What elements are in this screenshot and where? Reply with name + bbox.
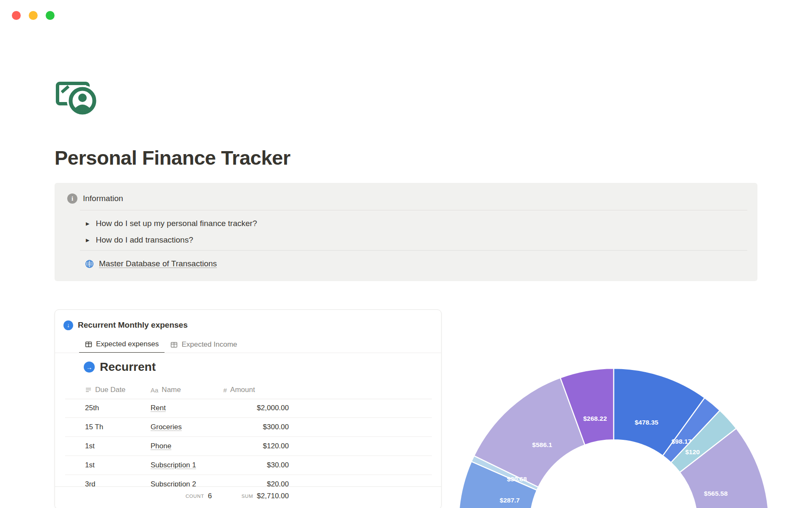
callout-title: Information <box>83 194 123 203</box>
text-aa-icon: Aa <box>151 387 158 394</box>
table-row: 1st Phone $120.00 <box>65 437 432 456</box>
dollar-banknote-icon[interactable] <box>55 77 100 117</box>
dollar-banknote-svg <box>55 77 100 117</box>
toggle-add-transactions-question[interactable]: ▶ How do I add transactions? <box>86 232 193 248</box>
view-tabs: Expected expenses Expected Income <box>79 336 243 353</box>
down-arrow-circle-icon: ↓ <box>63 320 73 330</box>
close-window-button[interactable] <box>12 11 21 20</box>
column-header-label[interactable]: Name <box>162 386 181 394</box>
tab-label[interactable]: Expected expenses <box>96 340 159 348</box>
table-view-icon <box>85 341 92 348</box>
amount-cell[interactable]: $300.00 <box>263 418 289 436</box>
column-header-label[interactable]: Due Date <box>95 386 126 394</box>
due-date-cell[interactable]: 1st <box>85 437 95 456</box>
info-icon: i <box>67 193 77 204</box>
name-cell[interactable]: Rent <box>151 399 166 417</box>
toggle-setup-question[interactable]: ▶ How do I set up my personal finance tr… <box>86 215 257 232</box>
due-date-cell[interactable]: 15 Th <box>85 418 103 436</box>
sum-calculation[interactable]: SUM $2,710.00 <box>241 487 289 505</box>
name-cell[interactable]: Phone <box>151 437 171 456</box>
number-hash-icon: # <box>223 387 227 394</box>
table-row: 1st Subscription 1 $30.00 <box>65 456 432 475</box>
callout-header: i Information <box>67 192 123 205</box>
amount-cell[interactable]: $2,000.00 <box>257 399 289 417</box>
zoom-window-button[interactable] <box>46 11 55 20</box>
notion-window: Personal Finance Tracker i Information ▶… <box>0 0 812 508</box>
table-header-row: Due Date Aa Name # Amount <box>65 381 432 399</box>
toggle-triangle-icon[interactable]: ▶ <box>86 221 89 226</box>
callout-divider <box>80 210 747 210</box>
minimize-window-button[interactable] <box>29 11 38 20</box>
table-footer: COUNT 6 SUM $2,710.00 <box>55 486 441 508</box>
table-body: 25th Rent $2,000.00 15 Th Groceries $300… <box>65 399 432 494</box>
globe-icon <box>85 259 94 269</box>
amount-cell[interactable]: $120.00 <box>263 437 289 456</box>
column-header-label[interactable]: Amount <box>230 386 255 394</box>
tab-expected-expenses[interactable]: Expected expenses <box>79 336 165 353</box>
master-database-link-label[interactable]: Master Database of Transactions <box>99 259 217 268</box>
page-title: Personal Finance Tracker <box>55 146 291 169</box>
window-controls <box>12 11 55 20</box>
recurrent-database-heading: → Recurrent <box>84 359 156 375</box>
right-arrow-circle-icon: → <box>84 362 95 373</box>
card-header: ↓ Recurrent Monthly expenses <box>63 319 188 331</box>
card-title: Recurrent Monthly expenses <box>78 320 188 330</box>
recurrent-expenses-card: ↓ Recurrent Monthly expenses Expected ex… <box>55 309 442 508</box>
table-view-icon <box>170 341 178 348</box>
toggle-label[interactable]: How do I set up my personal finance trac… <box>96 219 257 228</box>
table-row: 25th Rent $2,000.00 <box>65 399 432 418</box>
count-value: 6 <box>208 492 212 500</box>
master-database-link[interactable]: Master Database of Transactions <box>85 254 217 273</box>
tabs-divider <box>55 353 441 353</box>
column-header-name[interactable]: Aa Name <box>151 381 181 399</box>
tab-expected-income[interactable]: Expected Income <box>165 336 243 353</box>
sum-label: SUM <box>241 494 253 499</box>
column-header-due-date[interactable]: Due Date <box>85 381 126 399</box>
sum-value: $2,710.00 <box>257 492 289 500</box>
text-lines-icon <box>85 387 92 393</box>
tab-label[interactable]: Expected Income <box>181 340 237 349</box>
name-cell[interactable]: Groceries <box>151 418 182 436</box>
count-calculation[interactable]: COUNT 6 <box>186 487 212 505</box>
count-label: COUNT <box>186 494 204 499</box>
information-callout: i Information ▶ How do I set up my perso… <box>55 183 757 281</box>
toggle-triangle-icon[interactable]: ▶ <box>86 237 89 243</box>
due-date-cell[interactable]: 25th <box>85 399 99 417</box>
callout-divider <box>80 250 747 251</box>
table-row: 15 Th Groceries $300.00 <box>65 418 432 437</box>
toggle-label[interactable]: How do I add transactions? <box>96 235 193 245</box>
column-header-amount[interactable]: # Amount <box>223 381 255 399</box>
amount-cell[interactable]: $30.00 <box>267 456 289 475</box>
recurrent-database-title[interactable]: Recurrent <box>100 360 156 374</box>
due-date-cell[interactable]: 1st <box>85 456 95 475</box>
name-cell[interactable]: Subscription 1 <box>151 456 196 475</box>
